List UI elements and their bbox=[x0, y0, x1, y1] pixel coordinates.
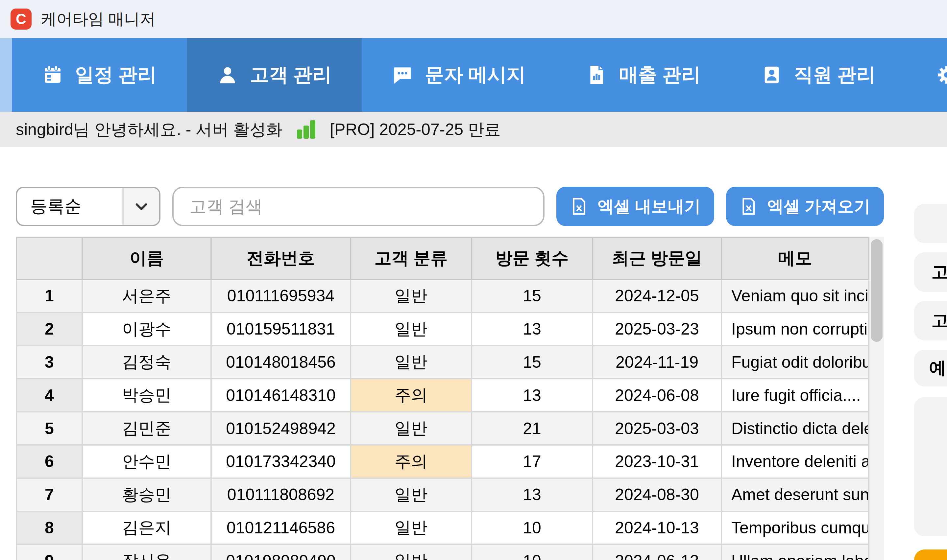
main-content: 등록순 엑셀 내보내기 엑셀 가져오기 이름전화번호고객 분류방문 횟수최근 방… bbox=[0, 147, 947, 560]
cell-name: 서은주 bbox=[82, 279, 211, 312]
memo-label: 메모 bbox=[914, 397, 947, 536]
excel-icon bbox=[739, 197, 758, 215]
nav-tab-1[interactable]: 일정 관리 bbox=[12, 38, 187, 112]
excel-import-button[interactable]: 엑셀 가져오기 bbox=[726, 187, 884, 226]
cell-type: 일반 bbox=[351, 279, 471, 312]
cell-visits: 17 bbox=[471, 445, 593, 478]
row-number: 4 bbox=[17, 378, 82, 412]
sales-icon bbox=[586, 65, 607, 85]
customer-row[interactable]: 8김은지010121146586일반102024-10-13Temporibus… bbox=[17, 511, 869, 545]
row-number: 1 bbox=[17, 279, 82, 312]
nav-tab-3[interactable]: 문자 메시지 bbox=[362, 38, 556, 112]
row-number: 6 bbox=[17, 445, 82, 478]
column-header[interactable]: 이름 bbox=[82, 237, 211, 279]
cell-name: 장시우 bbox=[82, 544, 211, 560]
customer-search-input[interactable] bbox=[172, 187, 545, 226]
cell-memo: Iure fugit officia.... bbox=[721, 378, 869, 412]
cell-name: 황승민 bbox=[82, 478, 211, 511]
cell-memo: Amet deserunt sunt explicabo.... bbox=[721, 478, 869, 511]
cell-memo: Distinctio dicta delectus ... bbox=[721, 412, 869, 445]
cell-name: 박승민 bbox=[82, 378, 211, 412]
cell-phone: 010111808692 bbox=[211, 478, 351, 511]
customer-icon bbox=[217, 65, 238, 85]
grade-label: 고객 등급 bbox=[914, 301, 947, 340]
cell-last-visit: 2024-10-13 bbox=[593, 511, 721, 545]
nav-tab-4[interactable]: 매출 관리 bbox=[556, 38, 731, 112]
cell-visits: 13 bbox=[471, 378, 593, 412]
cell-type: 일반 bbox=[351, 478, 471, 511]
cell-type: 일반 bbox=[351, 346, 471, 379]
cell-memo: Ullam aperiam laboriosam. ... bbox=[721, 544, 869, 560]
cell-last-visit: 2025-03-03 bbox=[593, 412, 721, 445]
cell-type: 주의 bbox=[351, 445, 471, 478]
sort-select[interactable]: 등록순 bbox=[16, 187, 160, 226]
type-label: 고객 분류 bbox=[914, 252, 947, 292]
message-icon bbox=[392, 65, 413, 85]
cell-last-visit: 2025-03-23 bbox=[593, 312, 721, 346]
customer-row[interactable]: 9장시우010198989490일반102024-06-13Ullam aper… bbox=[17, 544, 869, 560]
customer-row[interactable]: 6안수민010173342340주의172023-10-31Inventore … bbox=[17, 445, 869, 478]
cell-visits: 10 bbox=[471, 544, 593, 560]
chevron-down-icon bbox=[134, 198, 149, 214]
restricted-staff-label: 예약 제한 직원 bbox=[914, 350, 947, 386]
cell-type: 일반 bbox=[351, 511, 471, 545]
column-header[interactable]: 방문 횟수 bbox=[471, 237, 593, 279]
license-text: [PRO] 2025-07-25 만료 bbox=[330, 118, 501, 141]
cell-visits: 21 bbox=[471, 412, 593, 445]
cell-type: 일반 bbox=[351, 412, 471, 445]
cell-name: 김은지 bbox=[82, 511, 211, 545]
staff-icon bbox=[761, 65, 782, 85]
cell-phone: 010198989490 bbox=[211, 544, 351, 560]
cell-last-visit: 2024-08-30 bbox=[593, 478, 721, 511]
nav-tab-label: 문자 메시지 bbox=[425, 62, 525, 88]
customer-table: 이름전화번호고객 분류방문 횟수최근 방문일메모 1서은주01011169593… bbox=[16, 237, 868, 560]
row-number: 9 bbox=[17, 544, 82, 560]
cell-phone: 010152498942 bbox=[211, 412, 351, 445]
customer-row[interactable]: 2이광수010159511831일반132025-03-23Ipsum non … bbox=[17, 312, 869, 346]
customer-table-scrollbar[interactable] bbox=[869, 237, 884, 560]
nav-tab-2[interactable]: 고객 관리 bbox=[187, 38, 362, 112]
cell-memo: Veniam quo sit incidunt. Enim ... bbox=[721, 279, 869, 312]
nav-tab-label: 매출 관리 bbox=[619, 62, 701, 88]
customer-detail-panel: 이름 전화번호 고객 분류 일반주의제한 성별 남성여성미선택 고객 등급 VI… bbox=[914, 204, 947, 560]
cell-last-visit: 2024-11-19 bbox=[593, 346, 721, 379]
nav-tab-label: 일정 관리 bbox=[75, 62, 157, 88]
excel-export-button[interactable]: 엑셀 내보내기 bbox=[556, 187, 714, 226]
cell-visits: 15 bbox=[471, 279, 593, 312]
column-header[interactable]: 전화번호 bbox=[211, 237, 351, 279]
customer-row[interactable]: 3김정숙010148018456일반152024-11-19Fugiat odi… bbox=[17, 346, 869, 379]
excel-import-label: 엑셀 가져오기 bbox=[767, 195, 870, 218]
send-sms-button[interactable]: 문자 메시지 보내기 bbox=[914, 549, 947, 560]
nav-tab-label: 고객 관리 bbox=[250, 62, 331, 88]
customer-row[interactable]: 5김민준010152498942일반212025-03-03Distinctio… bbox=[17, 412, 869, 445]
customer-row[interactable]: 4박승민010146148310주의132024-06-08Iure fugit… bbox=[17, 378, 869, 412]
settings-icon bbox=[936, 65, 947, 85]
excel-icon bbox=[570, 197, 588, 215]
cell-memo: Temporibus cumque explicabo... bbox=[721, 511, 869, 545]
cell-phone: 010111695934 bbox=[211, 279, 351, 312]
cell-phone: 010121146586 bbox=[211, 511, 351, 545]
main-nav: 일정 관리고객 관리문자 메시지매출 관리직원 관리설정?도움말 심심할땐 웹서… bbox=[0, 38, 947, 112]
nav-tab-5[interactable]: 직원 관리 bbox=[731, 38, 906, 112]
cell-last-visit: 2024-12-05 bbox=[593, 279, 721, 312]
name-label: 이름 bbox=[914, 204, 947, 243]
cell-memo: Inventore deleniti architecto ... bbox=[721, 445, 869, 478]
column-header[interactable]: 최근 방문일 bbox=[593, 237, 721, 279]
excel-export-label: 엑셀 내보내기 bbox=[597, 195, 701, 218]
sort-value: 등록순 bbox=[17, 195, 122, 218]
column-header[interactable]: 고객 분류 bbox=[351, 237, 471, 279]
customer-row[interactable]: 1서은주010111695934일반152024-12-05Veniam quo… bbox=[17, 279, 869, 312]
customer-row[interactable]: 7황승민010111808692일반132024-08-30Amet deser… bbox=[17, 478, 869, 511]
nav-tab-6[interactable]: 설정 bbox=[906, 38, 947, 112]
row-number: 3 bbox=[17, 346, 82, 379]
greeting-text: singbird님 안녕하세요. - 서버 활성화 bbox=[16, 118, 282, 141]
column-header[interactable]: 메모 bbox=[721, 237, 869, 279]
cell-memo: Fugiat odit doloribus ... bbox=[721, 346, 869, 379]
cell-phone: 010148018456 bbox=[211, 346, 351, 379]
cell-name: 김정숙 bbox=[82, 346, 211, 379]
customer-toolbar: 등록순 엑셀 내보내기 엑셀 가져오기 bbox=[16, 187, 884, 226]
cell-last-visit: 2023-10-31 bbox=[593, 445, 721, 478]
cell-last-visit: 2024-06-08 bbox=[593, 378, 721, 412]
cell-visits: 13 bbox=[471, 312, 593, 346]
cell-phone: 010173342340 bbox=[211, 445, 351, 478]
